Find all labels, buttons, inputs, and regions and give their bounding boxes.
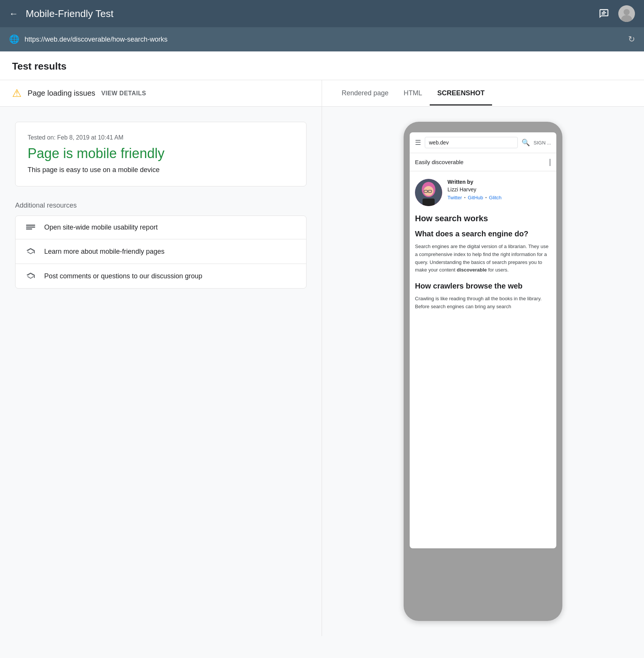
svg-rect-15 — [423, 199, 435, 206]
page-title: Mobile-Friendly Test — [26, 8, 596, 20]
tab-html[interactable]: HTML — [396, 81, 430, 106]
resource-text-discussion: Post comments or questions to our discus… — [44, 272, 202, 280]
tab-screenshot[interactable]: SCREENSHOT — [430, 81, 492, 106]
phone-p2: Crawling is like reading through all the… — [415, 295, 551, 311]
tested-on-label: Tested on: Feb 8, 2019 at 10:41 AM — [28, 134, 294, 141]
result-card: Tested on: Feb 8, 2019 at 10:41 AM Page … — [15, 122, 307, 186]
phone-search-icon: 🔍 — [522, 138, 530, 147]
twitter-link[interactable]: Twitter — [447, 195, 462, 200]
svg-rect-2 — [602, 14, 605, 14]
author-name: Lizzi Harvey — [447, 186, 551, 192]
user-avatar[interactable] — [618, 5, 635, 22]
additional-resources-title: Additional resources — [15, 202, 307, 210]
dot-2: • — [485, 196, 487, 200]
test-results-title: Test results — [12, 61, 632, 72]
author-links: Twitter • GitHub • Glitch — [447, 195, 551, 200]
main-content: Tested on: Feb 8, 2019 at 10:41 AM Page … — [0, 107, 644, 636]
author-info: Written by Lizzi Harvey Twitter • GitHub… — [447, 179, 551, 200]
phone-mockup: ☰ web.dev 🔍 SIGN ... Easily discoverable… — [404, 122, 562, 621]
resource-text-learn: Learn more about mobile-friendly pages — [44, 248, 164, 256]
left-panel: Tested on: Feb 8, 2019 at 10:41 AM Page … — [0, 107, 322, 636]
phone-author-section: Written by Lizzi Harvey Twitter • GitHub… — [410, 171, 556, 214]
phone-p1: Search engines are the digital version o… — [415, 243, 551, 274]
phone-browser-header: ☰ web.dev 🔍 SIGN ... — [410, 132, 556, 153]
learn-icon — [25, 247, 37, 256]
back-button[interactable]: ← — [9, 8, 18, 19]
phone-nav-indicator: | — [549, 158, 551, 166]
tab-rendered-page[interactable]: Rendered page — [334, 81, 396, 106]
url-bar: 🌐 ↻ — [0, 27, 644, 51]
dot-1: • — [464, 196, 466, 200]
svg-rect-0 — [603, 11, 605, 12]
svg-point-11 — [424, 186, 433, 196]
glitch-link[interactable]: Glitch — [489, 195, 502, 200]
url-input[interactable] — [25, 36, 623, 43]
phone-sign-button: SIGN ... — [534, 140, 551, 146]
discussion-icon — [25, 272, 37, 281]
author-avatar — [415, 179, 442, 206]
svg-rect-8 — [26, 228, 32, 230]
phone-h2-2: How crawlers browse the web — [415, 282, 551, 290]
warning-icon: ⚠ — [12, 87, 22, 99]
phone-bold: discoverable — [457, 267, 487, 273]
issues-text: Page loading issues — [28, 89, 95, 98]
refresh-button[interactable]: ↻ — [628, 34, 635, 44]
mobile-friendly-title: Page is mobile friendly — [28, 146, 294, 161]
svg-point-4 — [624, 9, 630, 15]
app-header: ← Mobile-Friendly Test — [0, 0, 644, 27]
phone-menu-icon: ☰ — [415, 138, 421, 147]
written-by-label: Written by — [447, 179, 551, 185]
resource-item-usability[interactable]: Open site-wide mobile usability report — [15, 216, 306, 239]
header-icons — [596, 5, 635, 22]
tabs-container: Rendered page HTML SCREENSHOT — [322, 81, 644, 106]
phone-nav-text: Easily discoverable — [415, 159, 463, 165]
svg-rect-7 — [26, 227, 35, 228]
mobile-friendly-description: This page is easy to use on a mobile dev… — [28, 166, 294, 174]
phone-h1: How search works — [415, 214, 551, 223]
phone-nav: Easily discoverable | — [410, 153, 556, 171]
phone-h2-1: What does a search engine do? — [415, 230, 551, 238]
phone-url-display: web.dev — [425, 137, 518, 148]
phone-content: How search works What does a search engi… — [410, 214, 556, 326]
resource-item-discussion[interactable]: Post comments or questions to our discus… — [15, 264, 306, 288]
feedback-button[interactable] — [596, 5, 612, 22]
svg-rect-1 — [602, 12, 606, 13]
svg-rect-6 — [26, 225, 35, 226]
resource-item-learn[interactable]: Learn more about mobile-friendly pages — [15, 239, 306, 264]
issues-bar: ⚠ Page loading issues VIEW DETAILS Rende… — [0, 80, 644, 107]
phone-screen: ☰ web.dev 🔍 SIGN ... Easily discoverable… — [410, 132, 556, 548]
github-link[interactable]: GitHub — [468, 195, 483, 200]
resource-text-usability: Open site-wide mobile usability report — [44, 223, 158, 231]
usability-report-icon — [25, 224, 37, 231]
right-panel: ☰ web.dev 🔍 SIGN ... Easily discoverable… — [322, 107, 644, 636]
view-details-button[interactable]: VIEW DETAILS — [101, 90, 146, 97]
test-results-header: Test results — [0, 51, 644, 80]
issues-left: ⚠ Page loading issues VIEW DETAILS — [0, 80, 322, 106]
resources-card: Open site-wide mobile usability report L… — [15, 216, 307, 289]
globe-icon: 🌐 — [9, 34, 19, 44]
